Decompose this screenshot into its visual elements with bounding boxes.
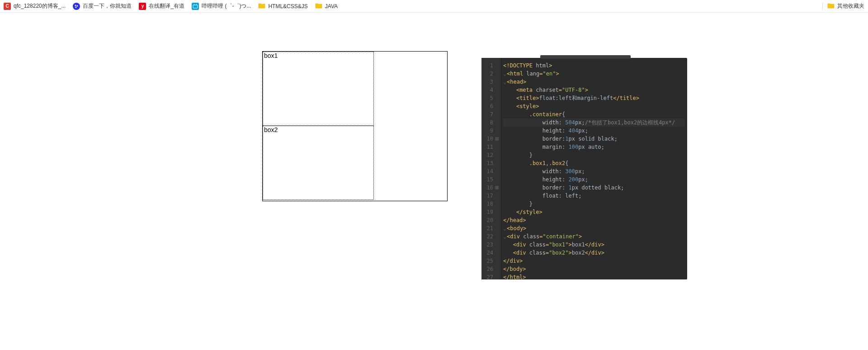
youdao-icon: y: [139, 3, 146, 10]
line-number[interactable]: 6: [481, 102, 499, 110]
code-line[interactable]: width: 504px;/*包括了box1,box2的边框线4px*/: [503, 118, 684, 127]
demo-box2: box2: [263, 126, 374, 200]
code-line[interactable]: border: 1px dotted black;: [503, 184, 684, 192]
code-line[interactable]: margin: 100px auto;: [503, 143, 684, 151]
line-number[interactable]: 16: [481, 184, 499, 192]
code-line[interactable]: ⌄<html lang="en">: [503, 70, 684, 78]
code-line[interactable]: <meta charset="UTF-8">: [503, 86, 684, 94]
bookmark-folder-htmlcssjs[interactable]: HTML&CSS&JS: [258, 2, 307, 10]
line-number[interactable]: 22: [481, 232, 499, 241]
bilibili-icon: [192, 3, 199, 10]
line-number[interactable]: 18: [481, 200, 499, 208]
code-line[interactable]: float: left;: [503, 192, 684, 200]
line-number[interactable]: 11: [481, 143, 499, 151]
line-number[interactable]: 21: [481, 224, 499, 232]
code-line[interactable]: .box1,.box2{: [503, 159, 684, 167]
folder-icon: [315, 2, 322, 10]
line-number[interactable]: 27: [481, 273, 499, 281]
bookmark-folder-java[interactable]: JAVA: [315, 2, 338, 10]
csdn-icon: C: [4, 3, 11, 10]
line-number[interactable]: 9: [481, 127, 499, 135]
code-line[interactable]: ⌄<body>: [503, 224, 684, 232]
line-number[interactable]: 10: [481, 135, 499, 143]
code-line[interactable]: </div>: [503, 257, 684, 265]
line-number[interactable]: 12: [481, 151, 499, 159]
bookmark-label: 其他收藏夹: [837, 2, 864, 10]
code-line[interactable]: width: 300px;: [503, 167, 684, 175]
folder-icon: [258, 2, 265, 10]
code-line[interactable]: <!DOCTYPE html>: [503, 61, 684, 70]
line-number[interactable]: 2: [481, 70, 499, 78]
bookmarks-right: 其他收藏夹: [822, 2, 864, 10]
svg-point-1: [77, 5, 78, 6]
bookmark-label: 哔哩哔哩 (゜-゜)つ...: [202, 2, 251, 10]
code-line[interactable]: </html>: [503, 273, 684, 279]
code-line[interactable]: ⌄<div class="container">: [503, 232, 684, 241]
line-number[interactable]: 8: [481, 118, 499, 127]
svg-point-2: [75, 6, 77, 8]
code-line[interactable]: height: 404px;: [503, 127, 684, 135]
code-editor[interactable]: 1234567891011121314151617181920212223242…: [481, 58, 687, 279]
bookmark-label: 在线翻译_有道: [149, 2, 184, 10]
separator: [822, 3, 823, 10]
editor-gutter: 1234567891011121314151617181920212223242…: [481, 58, 500, 279]
code-line[interactable]: border:1px solid black;: [503, 135, 684, 143]
line-number[interactable]: 24: [481, 249, 499, 257]
bookmark-qfc[interactable]: C qfc_128220的博客_...: [4, 2, 66, 10]
line-number[interactable]: 7: [481, 110, 499, 118]
bookmarks-left: C qfc_128220的博客_... 百度一下，你就知道 y 在线翻译_有道 …: [4, 2, 338, 10]
code-line[interactable]: ⌄<head>: [503, 78, 684, 86]
line-number[interactable]: 17: [481, 192, 499, 200]
bookmark-label: qfc_128220的博客_...: [14, 2, 66, 10]
line-number[interactable]: 1: [481, 61, 499, 70]
bookmark-bilibili[interactable]: 哔哩哔哩 (゜-゜)つ...: [192, 2, 251, 10]
line-number[interactable]: 20: [481, 216, 499, 224]
bookmark-other-folder[interactable]: 其他收藏夹: [827, 2, 864, 10]
svg-point-0: [75, 5, 76, 6]
bookmark-label: HTML&CSS&JS: [268, 3, 307, 9]
folder-icon: [827, 2, 835, 10]
line-number[interactable]: 25: [481, 257, 499, 265]
bookmark-youdao[interactable]: y 在线翻译_有道: [139, 2, 184, 10]
line-number[interactable]: 5: [481, 94, 499, 102]
line-number[interactable]: 19: [481, 208, 499, 216]
demo-container: box1 box2: [262, 51, 448, 201]
code-line[interactable]: </body>: [503, 265, 684, 273]
content-area: box1 box2 123456789101112131415161718192…: [0, 13, 868, 350]
svg-rect-3: [193, 5, 198, 8]
code-line[interactable]: <div class="box2">box2</div>: [503, 249, 684, 257]
line-number[interactable]: 3: [481, 78, 499, 86]
code-line[interactable]: }: [503, 151, 684, 159]
code-line[interactable]: <div class="box1">box1</div>: [503, 241, 684, 249]
code-line[interactable]: height: 200px;: [503, 175, 684, 184]
code-line[interactable]: <style>: [503, 102, 684, 110]
editor-tab-strip[interactable]: [540, 55, 631, 59]
bookmarks-bar: C qfc_128220的博客_... 百度一下，你就知道 y 在线翻译_有道 …: [0, 0, 868, 13]
code-line[interactable]: </head>: [503, 216, 684, 224]
line-number[interactable]: 23: [481, 241, 499, 249]
line-number[interactable]: 26: [481, 265, 499, 273]
bookmark-label: JAVA: [325, 3, 338, 9]
line-number[interactable]: 14: [481, 167, 499, 175]
bookmark-label: 百度一下，你就知道: [83, 2, 132, 10]
code-line[interactable]: .container{: [503, 110, 684, 118]
bookmark-baidu[interactable]: 百度一下，你就知道: [73, 2, 132, 10]
editor-code[interactable]: <!DOCTYPE html>⌄<html lang="en">⌄<head> …: [500, 58, 687, 279]
line-number[interactable]: 13: [481, 159, 499, 167]
baidu-icon: [73, 3, 80, 10]
code-line[interactable]: <title>float:left和margin-left</title>: [503, 94, 684, 102]
demo-box1: box1: [263, 52, 374, 126]
line-number[interactable]: 4: [481, 86, 499, 94]
code-line[interactable]: }: [503, 200, 684, 208]
code-line[interactable]: </style>: [503, 208, 684, 216]
line-number[interactable]: 15: [481, 175, 499, 184]
